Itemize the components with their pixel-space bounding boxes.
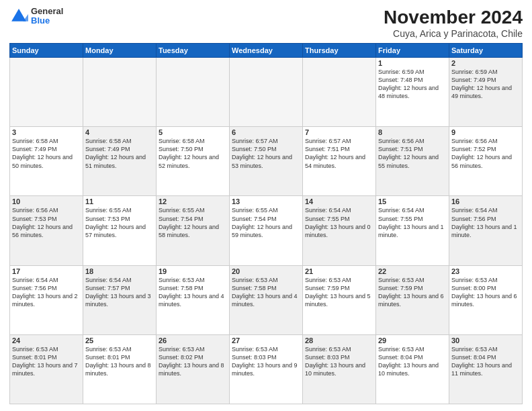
calendar-cell xyxy=(303,58,376,127)
day-number: 26 xyxy=(159,336,227,345)
day-number: 6 xyxy=(232,128,300,136)
day-info: Sunrise: 6:53 AM Sunset: 7:59 PM Dayligh… xyxy=(378,276,447,309)
day-info: Sunrise: 6:55 AM Sunset: 7:54 PM Dayligh… xyxy=(232,206,300,239)
col-friday: Friday xyxy=(376,44,449,58)
calendar-week-2: 3Sunrise: 6:58 AM Sunset: 7:49 PM Daylig… xyxy=(10,127,523,196)
col-tuesday: Tuesday xyxy=(157,44,230,58)
calendar-cell: 28Sunrise: 6:53 AM Sunset: 8:03 PM Dayli… xyxy=(303,334,376,404)
day-info: Sunrise: 6:53 AM Sunset: 8:03 PM Dayligh… xyxy=(305,345,373,378)
day-number: 24 xyxy=(12,336,81,345)
calendar-cell: 8Sunrise: 6:56 AM Sunset: 7:51 PM Daylig… xyxy=(376,127,449,196)
calendar-cell xyxy=(157,58,230,127)
calendar-cell: 26Sunrise: 6:53 AM Sunset: 8:02 PM Dayli… xyxy=(157,334,230,404)
day-number: 29 xyxy=(378,336,447,345)
calendar-cell: 13Sunrise: 6:55 AM Sunset: 7:54 PM Dayli… xyxy=(230,196,303,265)
page-subtitle: Cuya, Arica y Parinacota, Chile xyxy=(384,28,523,39)
day-info: Sunrise: 6:56 AM Sunset: 7:53 PM Dayligh… xyxy=(12,206,81,239)
col-sunday: Sunday xyxy=(10,44,83,58)
svg-marker-0 xyxy=(11,9,26,21)
day-info: Sunrise: 6:53 AM Sunset: 8:00 PM Dayligh… xyxy=(451,276,520,309)
day-number: 25 xyxy=(85,336,154,345)
day-info: Sunrise: 6:57 AM Sunset: 7:50 PM Dayligh… xyxy=(232,137,300,170)
day-number: 14 xyxy=(305,197,373,205)
day-number: 28 xyxy=(305,336,373,345)
day-number: 12 xyxy=(159,197,227,205)
day-info: Sunrise: 6:54 AM Sunset: 7:55 PM Dayligh… xyxy=(305,206,373,239)
calendar-week-1: 1Sunrise: 6:59 AM Sunset: 7:48 PM Daylig… xyxy=(10,58,523,127)
day-info: Sunrise: 6:56 AM Sunset: 7:52 PM Dayligh… xyxy=(451,137,520,170)
calendar-header: Sunday Monday Tuesday Wednesday Thursday… xyxy=(10,44,523,58)
logo-general: General xyxy=(31,7,63,16)
logo-blue: Blue xyxy=(31,16,63,26)
day-number: 11 xyxy=(85,197,154,205)
day-info: Sunrise: 6:53 AM Sunset: 8:04 PM Dayligh… xyxy=(451,345,520,378)
day-number: 10 xyxy=(12,197,81,205)
day-info: Sunrise: 6:55 AM Sunset: 7:53 PM Dayligh… xyxy=(85,206,154,239)
calendar-cell: 2Sunrise: 6:59 AM Sunset: 7:49 PM Daylig… xyxy=(449,58,523,127)
calendar-cell: 16Sunrise: 6:54 AM Sunset: 7:56 PM Dayli… xyxy=(449,196,523,265)
day-info: Sunrise: 6:58 AM Sunset: 7:50 PM Dayligh… xyxy=(159,137,227,170)
day-number: 30 xyxy=(451,336,520,345)
day-info: Sunrise: 6:54 AM Sunset: 7:57 PM Dayligh… xyxy=(85,276,154,309)
day-number: 20 xyxy=(232,267,300,275)
calendar-cell: 7Sunrise: 6:57 AM Sunset: 7:51 PM Daylig… xyxy=(303,127,376,196)
day-number: 21 xyxy=(305,267,373,275)
calendar-cell: 1Sunrise: 6:59 AM Sunset: 7:48 PM Daylig… xyxy=(376,58,449,127)
day-number: 16 xyxy=(451,197,520,205)
day-info: Sunrise: 6:53 AM Sunset: 7:58 PM Dayligh… xyxy=(232,276,300,309)
calendar-week-4: 17Sunrise: 6:54 AM Sunset: 7:56 PM Dayli… xyxy=(10,265,523,334)
calendar-table: Sunday Monday Tuesday Wednesday Thursday… xyxy=(9,43,523,404)
day-info: Sunrise: 6:55 AM Sunset: 7:54 PM Dayligh… xyxy=(159,206,227,239)
calendar-cell xyxy=(10,58,83,127)
day-number: 27 xyxy=(232,336,300,345)
day-number: 5 xyxy=(159,128,227,136)
col-thursday: Thursday xyxy=(303,44,376,58)
day-info: Sunrise: 6:54 AM Sunset: 7:56 PM Dayligh… xyxy=(12,276,81,309)
calendar-cell: 29Sunrise: 6:53 AM Sunset: 8:04 PM Dayli… xyxy=(376,334,449,404)
col-wednesday: Wednesday xyxy=(230,44,303,58)
calendar-cell: 5Sunrise: 6:58 AM Sunset: 7:50 PM Daylig… xyxy=(157,127,230,196)
page-title: November 2024 xyxy=(384,7,523,28)
page: General Blue November 2024 Cuya, Arica y… xyxy=(0,0,532,411)
day-info: Sunrise: 6:53 AM Sunset: 8:01 PM Dayligh… xyxy=(12,345,81,378)
calendar-cell: 27Sunrise: 6:53 AM Sunset: 8:03 PM Dayli… xyxy=(230,334,303,404)
day-number: 4 xyxy=(85,128,154,136)
calendar-cell: 23Sunrise: 6:53 AM Sunset: 8:00 PM Dayli… xyxy=(449,265,523,334)
day-info: Sunrise: 6:59 AM Sunset: 7:48 PM Dayligh… xyxy=(378,68,447,101)
title-block: November 2024 Cuya, Arica y Parinacota, … xyxy=(384,7,523,39)
calendar-cell: 21Sunrise: 6:53 AM Sunset: 7:59 PM Dayli… xyxy=(303,265,376,334)
day-info: Sunrise: 6:58 AM Sunset: 7:49 PM Dayligh… xyxy=(12,137,81,170)
day-info: Sunrise: 6:53 AM Sunset: 8:02 PM Dayligh… xyxy=(159,345,227,378)
calendar-cell: 19Sunrise: 6:53 AM Sunset: 7:58 PM Dayli… xyxy=(157,265,230,334)
calendar-week-3: 10Sunrise: 6:56 AM Sunset: 7:53 PM Dayli… xyxy=(10,196,523,265)
day-info: Sunrise: 6:54 AM Sunset: 7:56 PM Dayligh… xyxy=(451,206,520,239)
calendar-week-5: 24Sunrise: 6:53 AM Sunset: 8:01 PM Dayli… xyxy=(10,334,523,404)
day-number: 1 xyxy=(378,59,447,67)
col-saturday: Saturday xyxy=(449,44,523,58)
header: General Blue November 2024 Cuya, Arica y… xyxy=(9,7,523,39)
calendar-cell: 11Sunrise: 6:55 AM Sunset: 7:53 PM Dayli… xyxy=(83,196,157,265)
calendar-cell: 25Sunrise: 6:53 AM Sunset: 8:01 PM Dayli… xyxy=(83,334,157,404)
calendar-body: 1Sunrise: 6:59 AM Sunset: 7:48 PM Daylig… xyxy=(10,58,523,404)
day-info: Sunrise: 6:53 AM Sunset: 8:01 PM Dayligh… xyxy=(85,345,154,378)
calendar-cell: 24Sunrise: 6:53 AM Sunset: 8:01 PM Dayli… xyxy=(10,334,83,404)
day-number: 19 xyxy=(159,267,227,275)
day-number: 8 xyxy=(378,128,447,136)
day-info: Sunrise: 6:59 AM Sunset: 7:49 PM Dayligh… xyxy=(451,68,520,101)
day-number: 15 xyxy=(378,197,447,205)
day-info: Sunrise: 6:58 AM Sunset: 7:49 PM Dayligh… xyxy=(85,137,154,170)
day-info: Sunrise: 6:53 AM Sunset: 7:59 PM Dayligh… xyxy=(305,276,373,309)
calendar-cell: 15Sunrise: 6:54 AM Sunset: 7:55 PM Dayli… xyxy=(376,196,449,265)
logo-text: General Blue xyxy=(31,7,63,26)
day-info: Sunrise: 6:56 AM Sunset: 7:51 PM Dayligh… xyxy=(378,137,447,170)
calendar-cell: 22Sunrise: 6:53 AM Sunset: 7:59 PM Dayli… xyxy=(376,265,449,334)
calendar-cell: 3Sunrise: 6:58 AM Sunset: 7:49 PM Daylig… xyxy=(10,127,83,196)
calendar-cell: 9Sunrise: 6:56 AM Sunset: 7:52 PM Daylig… xyxy=(449,127,523,196)
calendar-cell: 30Sunrise: 6:53 AM Sunset: 8:04 PM Dayli… xyxy=(449,334,523,404)
day-info: Sunrise: 6:54 AM Sunset: 7:55 PM Dayligh… xyxy=(378,206,447,239)
day-number: 22 xyxy=(378,267,447,275)
calendar-cell: 18Sunrise: 6:54 AM Sunset: 7:57 PM Dayli… xyxy=(83,265,157,334)
calendar-cell: 6Sunrise: 6:57 AM Sunset: 7:50 PM Daylig… xyxy=(230,127,303,196)
logo: General Blue xyxy=(9,7,63,26)
day-number: 9 xyxy=(451,128,520,136)
